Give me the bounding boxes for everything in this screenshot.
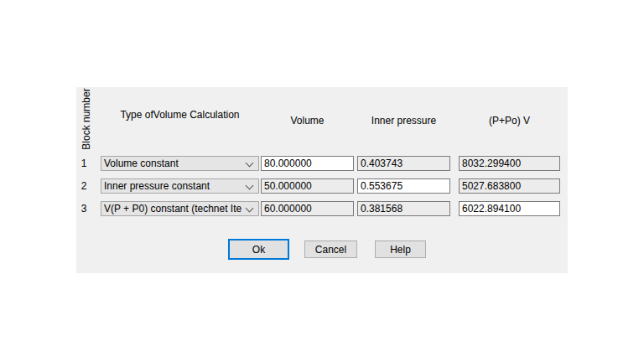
cancel-button[interactable]: Cancel (304, 240, 357, 258)
calc-type-dropdown-row-1-value: Volume constant (104, 157, 242, 170)
volume-field-row-2 (261, 178, 354, 194)
p-plus-po-v-field-row-3[interactable] (459, 201, 560, 216)
block-number-row-2: 2 (78, 178, 90, 194)
help-button[interactable]: Help (375, 240, 426, 258)
inner-pressure-field-row-1 (357, 156, 450, 171)
calc-type-dropdown-row-2-value: Inner pressure constant (104, 179, 242, 193)
calc-type-dropdown-row-3[interactable]: V(P + P0) constant (technet Iteration) (101, 201, 259, 216)
inner-pressure-field-row-2[interactable] (357, 178, 450, 194)
p-plus-po-v-field-row-2 (459, 178, 560, 194)
volume-field-row-3 (261, 201, 354, 216)
p-plus-po-v-field-row-1 (459, 156, 560, 171)
ok-button[interactable]: Ok (228, 239, 289, 260)
volume-field-row-1[interactable] (261, 156, 354, 171)
block-number-row-3: 3 (78, 201, 90, 216)
calc-type-dropdown-row-2[interactable]: Inner pressure constant (101, 178, 259, 194)
calc-type-dropdown-row-1[interactable]: Volume constant (101, 156, 259, 171)
block-number-label: Block number (80, 88, 92, 149)
inner-pressure-field-row-3 (357, 201, 450, 216)
volume-calculation-dialog: Block number Type ofVolume Calculation V… (76, 87, 568, 273)
header-p-plus-po-v: (P+Po) V (459, 115, 560, 127)
header-inner-pressure: Inner pressure (357, 115, 450, 127)
chevron-down-icon (246, 204, 254, 213)
chevron-down-icon (246, 159, 254, 168)
calc-type-dropdown-row-3-value: V(P + P0) constant (technet Iteration) (104, 202, 242, 215)
chevron-down-icon (246, 182, 254, 190)
header-volume: Volume (261, 115, 354, 127)
header-type-of-volume-calculation: Type ofVolume Calculation (101, 109, 259, 121)
block-number-row-1: 1 (78, 156, 90, 171)
